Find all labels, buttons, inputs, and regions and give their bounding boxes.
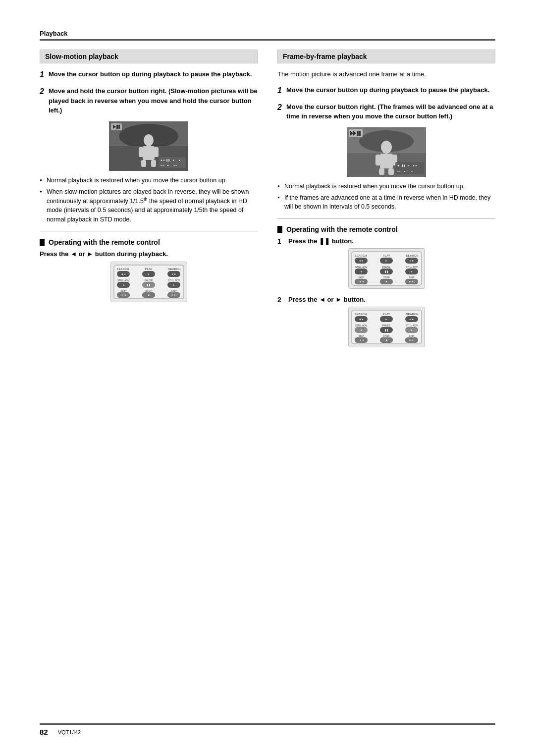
svg-text:◄◄: ◄◄	[121, 272, 126, 275]
svg-text:►: ►	[178, 159, 181, 162]
page-code: VQT1J42	[58, 729, 81, 735]
page-header-label: Playback	[40, 30, 67, 37]
svg-text:SKIP: SKIP	[358, 334, 364, 337]
svg-text:PAUSE: PAUSE	[382, 266, 390, 269]
svg-rect-54	[375, 155, 381, 165]
right-press-2-num: 2	[277, 296, 285, 304]
svg-text:SKIP: SKIP	[409, 276, 415, 279]
svg-rect-4	[143, 146, 155, 160]
right-remote-image-1: SEARCH PLAY SEARCH ◄◄ ► ►► STILL ADV PAU…	[348, 248, 425, 289]
right-bullet-2: If the frames are advanced one at a time…	[277, 193, 495, 211]
svg-text:STILL ADV: STILL ADV	[117, 279, 129, 282]
svg-text:◄◄: ◄◄	[359, 259, 364, 262]
svg-text:❚❚: ❚❚	[147, 283, 151, 287]
right-press-2-row: 2 Press the ◄ or ► button.	[277, 296, 495, 304]
svg-text:■: ■	[148, 293, 149, 296]
page-footer: 82 VQT1J42	[40, 723, 495, 736]
svg-text:SEARCH: SEARCH	[406, 313, 418, 316]
svg-text:■: ■	[385, 280, 387, 283]
left-bullet-2: When slow-motion pictures are played bac…	[40, 187, 258, 224]
svg-text:SEARCH: SEARCH	[406, 254, 418, 257]
left-remote-image: SEARCH PLAY SEARCH ◄◄ ► ►► STILL ADV PAU…	[110, 262, 187, 302]
left-step-2: 2 Move and hold the cursor button right.…	[40, 86, 258, 115]
svg-point-52	[381, 141, 392, 154]
two-column-layout: Slow-motion playback 1 Move the cursor b…	[40, 50, 495, 350]
left-step-2-number: 2	[40, 86, 49, 97]
svg-rect-12	[118, 125, 120, 129]
svg-text:►►: ►►	[173, 164, 177, 166]
svg-text:■: ■	[385, 338, 387, 341]
right-title-block-icon	[277, 226, 282, 233]
svg-text:PLAY: PLAY	[145, 268, 152, 270]
right-operating-section: Operating with the remote control 1 Pres…	[277, 225, 495, 347]
svg-text:❚❚: ❚❚	[401, 164, 405, 167]
slow-motion-screenshot: ◄◄ ❚❚ ► ► ◄◄ ■ ►►	[109, 121, 188, 171]
svg-text:STILL ADV: STILL ADV	[405, 266, 418, 269]
right-bullet-list: Normal playback is restored when you mov…	[277, 182, 495, 211]
svg-rect-7	[141, 160, 146, 167]
svg-rect-61	[357, 131, 359, 136]
svg-text:►►: ►►	[413, 164, 418, 167]
svg-text:►: ►	[410, 328, 413, 331]
svg-text:◄: ◄	[360, 328, 362, 331]
svg-text:►: ►	[410, 270, 413, 273]
right-step-1: 1 Move the cursor button up during playb…	[277, 85, 495, 96]
right-step-1-text: Move the cursor button up during playbac…	[286, 85, 495, 95]
svg-text:►: ►	[407, 164, 410, 167]
frame-by-frame-title: Frame-by-frame playback	[277, 50, 495, 63]
svg-text:SEARCH: SEARCH	[354, 254, 367, 257]
left-title-block-icon	[40, 239, 45, 246]
svg-text:►: ►	[385, 318, 387, 321]
svg-text:◄: ◄	[360, 270, 362, 273]
right-press-1-label: Press the ❚❚ button.	[288, 237, 354, 245]
left-step-1: 1 Move the cursor button up during playb…	[40, 69, 258, 80]
svg-text:PLAY: PLAY	[382, 313, 390, 316]
svg-text:STILL ADV: STILL ADV	[167, 279, 180, 282]
svg-text:|◄◄: |◄◄	[358, 280, 364, 283]
svg-text:❚❚: ❚❚	[384, 328, 388, 332]
left-divider	[40, 231, 258, 231]
svg-text:►: ►	[385, 259, 387, 262]
svg-rect-5	[139, 147, 144, 157]
svg-text:►►: ►►	[409, 259, 414, 262]
svg-rect-57	[388, 168, 394, 175]
right-step-2-text: Move the cursor button right. (The frame…	[286, 102, 495, 121]
page-header: Playback	[40, 30, 495, 41]
left-press-label-text: Press the ◄ or ► button during playback.	[40, 250, 168, 258]
svg-text:❚❚: ❚❚	[166, 159, 170, 162]
svg-rect-8	[151, 160, 156, 167]
svg-rect-62	[359, 131, 361, 136]
left-bullet-1: Normal playback is restored when you mov…	[40, 176, 258, 185]
svg-text:STOP: STOP	[383, 276, 390, 279]
right-bullet-1: Normal playback is restored when you mov…	[277, 182, 495, 191]
left-step-1-number: 1	[40, 69, 49, 80]
right-divider	[277, 218, 495, 218]
svg-rect-53	[380, 154, 393, 168]
svg-text:❚❚: ❚❚	[384, 270, 388, 273]
svg-text:►: ►	[172, 283, 175, 286]
left-operating-title-text: Operating with the remote control	[49, 238, 160, 246]
left-column: Slow-motion playback 1 Move the cursor b…	[40, 50, 258, 305]
left-step-1-text: Move the cursor button up during playbac…	[49, 69, 258, 79]
svg-text:|◄◄: |◄◄	[120, 293, 126, 296]
right-step-1-number: 1	[277, 85, 286, 96]
svg-rect-56	[379, 168, 384, 175]
svg-text:►►|: ►►|	[409, 280, 414, 283]
svg-text:SKIP: SKIP	[358, 276, 364, 279]
slow-motion-title: Slow-motion playback	[40, 50, 258, 63]
right-press-1-num: 1	[277, 237, 285, 245]
svg-rect-6	[154, 147, 159, 157]
svg-text:◄◄: ◄◄	[160, 159, 165, 162]
right-step-2: 2 Move the cursor button right. (The fra…	[277, 102, 495, 121]
right-press-1-row: 1 Press the ❚❚ button.	[277, 237, 495, 245]
svg-text:►►|: ►►|	[171, 293, 176, 296]
svg-text:STILL ADV: STILL ADV	[355, 324, 367, 327]
page: Playback Slow-motion playback 1 Move the…	[0, 0, 535, 756]
left-step-2-text: Move and hold the cursor button right. (…	[49, 86, 258, 115]
right-column: Frame-by-frame playback The motion pictu…	[277, 50, 495, 350]
svg-rect-11	[116, 125, 118, 129]
page-number: 82	[40, 728, 48, 736]
svg-text:SEARCH: SEARCH	[116, 268, 129, 270]
svg-text:PLAY: PLAY	[382, 254, 390, 257]
svg-text:|◄◄: |◄◄	[358, 338, 364, 341]
